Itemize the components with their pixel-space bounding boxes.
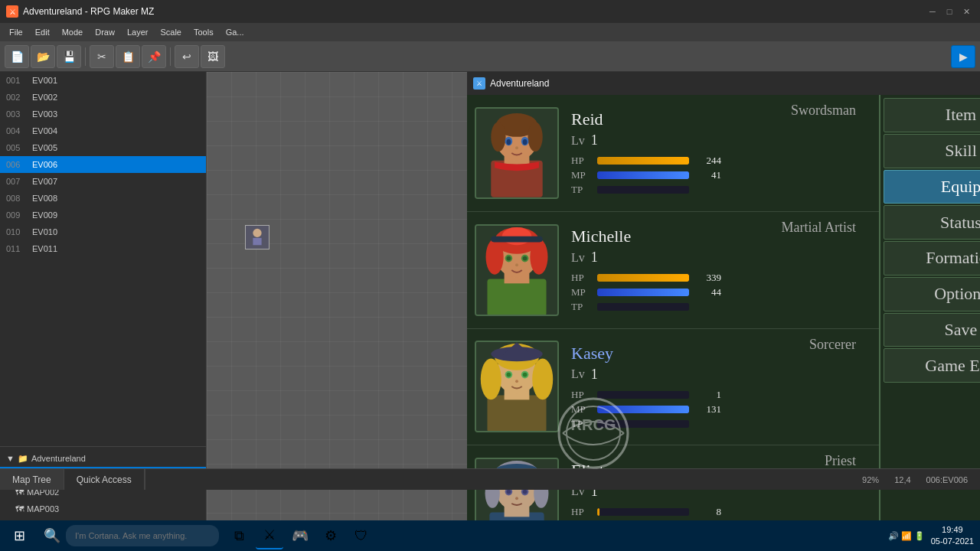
portrait-reid [475, 107, 559, 199]
taskbar-rpgmaker[interactable]: ⚔ [256, 522, 283, 549]
item-name-002: EV002 [32, 93, 57, 102]
stats-kasey: HP 1 MP [571, 389, 733, 430]
svg-point-40 [507, 373, 511, 377]
sidebar-item-ev005[interactable]: 005 EV005 [0, 139, 206, 156]
svg-point-1 [253, 229, 261, 237]
main-content: 001 EV001 002 EV002 003 EV003 004 EV004 [0, 72, 980, 520]
hp-bar-container-michelle [597, 274, 689, 282]
tp-bar-container-kasey [597, 420, 689, 428]
taskbar-item-5[interactable]: 🛡 [348, 522, 375, 549]
right-menu: Item Skill Equip Status Formation Option… [880, 95, 980, 520]
taskbar-task-view[interactable]: ⧉ [225, 522, 253, 549]
sidebar-item-ev009[interactable]: 009 EV009 [0, 207, 206, 223]
sidebar-item-ev007[interactable]: 007 EV007 [0, 173, 206, 190]
item-name-010: EV010 [32, 227, 57, 236]
tp-row-michelle: TP [571, 301, 733, 313]
menu-gameend-button[interactable]: Game End [884, 348, 980, 383]
sidebar-item-ev003[interactable]: 003 EV003 [0, 106, 206, 122]
cortana-search[interactable] [66, 525, 219, 546]
hp-label-reid: HP [571, 155, 593, 167]
hp-bar-container-eliot [597, 508, 689, 516]
sidebar-item-ev001[interactable]: 001 EV001 [0, 72, 206, 89]
taskbar-item-4[interactable]: ⚙ [317, 522, 345, 549]
open-button[interactable]: 📂 [31, 45, 55, 68]
menu-file[interactable]: File [3, 23, 29, 41]
game-icon: ⚔ [473, 77, 485, 90]
char-class-michelle: Martial Artist [733, 220, 856, 236]
sidebar-item-ev002[interactable]: 002 EV002 [0, 89, 206, 106]
menu-save-button[interactable]: Save [884, 313, 980, 347]
status-bar: Map Tree Quick Access 92% 12,4 006:EV006 [0, 468, 980, 490]
char-level-michelle: Lv 1 [571, 249, 733, 266]
sidebar-item-ev010[interactable]: 010 EV010 [0, 223, 206, 240]
tree-map003-label: MAP003 [27, 504, 59, 514]
svg-point-21 [530, 239, 547, 274]
status-info: 92% 12,4 006:EV006 [850, 475, 980, 484]
clock-date: 05-07-2021 [931, 536, 974, 547]
svg-point-54 [515, 497, 518, 500]
svg-point-12 [507, 139, 511, 145]
svg-point-27 [515, 263, 518, 266]
sidebar-list: 001 EV001 002 EV002 003 EV003 004 EV004 [0, 72, 206, 446]
svg-point-53 [523, 490, 528, 494]
sidebar-item-ev008[interactable]: 008 EV008 [0, 190, 206, 207]
zoom-display: 92% [862, 475, 879, 484]
hp-value-reid: 244 [694, 155, 721, 167]
hp-bar-eliot [597, 508, 599, 516]
title-bar: ⚔ Adventureland - RPG Maker MZ ─ □ ✕ [0, 0, 980, 23]
tp-label-michelle: TP [571, 301, 593, 313]
maximize-button[interactable]: □ [942, 4, 957, 19]
undo-button[interactable]: ↩ [175, 45, 199, 68]
close-button[interactable]: ✕ [959, 4, 974, 19]
tab-quick-access[interactable]: Quick Access [64, 469, 145, 490]
save-toolbar-button[interactable]: 💾 [57, 45, 81, 68]
mp-bar-kasey [597, 406, 689, 413]
menu-layer[interactable]: Layer [121, 23, 155, 41]
menu-formation-button[interactable]: Formation [884, 241, 980, 276]
tp-label-kasey: TP [571, 418, 593, 430]
party-member-michelle: Michelle Lv 1 HP [467, 212, 879, 329]
new-button[interactable]: 📄 [5, 45, 29, 68]
taskbar-item-3[interactable]: 🎮 [286, 522, 314, 549]
sidebar-item-ev004[interactable]: 004 EV004 [0, 122, 206, 139]
menu-draw[interactable]: Draw [89, 23, 121, 41]
menu-status-button[interactable]: Status [884, 205, 980, 240]
menu-buttons: Item Skill Equip Status Formation Option… [880, 95, 980, 386]
tree-map003[interactable]: 🗺 MAP003 [0, 500, 206, 517]
menu-mode[interactable]: Mode [56, 23, 90, 41]
redo-button[interactable]: 🖼 [201, 45, 225, 68]
lv-label-kasey: Lv [571, 367, 585, 381]
sidebar-item-ev011[interactable]: 011 EV011 [0, 240, 206, 257]
item-name-001: EV001 [32, 76, 57, 85]
stats-michelle: HP 339 MP [571, 272, 733, 313]
menu-equip-button[interactable]: Equip [884, 170, 980, 204]
item-name-006: EV006 [32, 160, 57, 169]
stats-reid: HP 244 MP [571, 155, 733, 196]
coords-display: 12,4 [894, 475, 910, 484]
title-bar-left: ⚔ Adventureland - RPG Maker MZ [6, 5, 154, 18]
menu-game[interactable]: Ga... [220, 23, 250, 41]
menu-skill-button[interactable]: Skill [884, 134, 980, 168]
tree-root[interactable]: ▼ 📁 Adventureland [0, 450, 206, 467]
menu-edit[interactable]: Edit [29, 23, 56, 41]
toolbar-sep-1 [85, 47, 86, 66]
menu-options-button[interactable]: Options [884, 277, 980, 311]
hp-label-michelle: HP [571, 272, 593, 284]
char-name-kasey: Kasey [571, 344, 733, 364]
menu-item-button[interactable]: Item [884, 98, 980, 132]
start-button[interactable]: ⊞ [0, 520, 38, 551]
taskbar-right: 🔊 📶 🔋 19:49 05-07-2021 [888, 524, 980, 548]
play-preview-button[interactable]: ▶ [951, 45, 975, 68]
lv-value-kasey: 1 [591, 367, 598, 383]
canvas-area[interactable]: ⚔ Adventureland ─ □ ✕ ↩ [207, 72, 980, 520]
tab-map-tree[interactable]: Map Tree [0, 469, 64, 490]
sidebar-item-ev006[interactable]: 006 EV006 [0, 156, 206, 173]
cut-button[interactable]: ✂ [90, 45, 114, 68]
minimize-button[interactable]: ─ [925, 4, 940, 19]
desktop: ⚔ Adventureland - RPG Maker MZ ─ □ ✕ Fil… [0, 0, 980, 551]
menu-tools[interactable]: Tools [188, 23, 220, 41]
paste-button[interactable]: 📌 [142, 45, 166, 68]
copy-button[interactable]: 📋 [116, 45, 140, 68]
char-level-reid: Lv 1 [571, 132, 733, 148]
menu-scale[interactable]: Scale [154, 23, 188, 41]
